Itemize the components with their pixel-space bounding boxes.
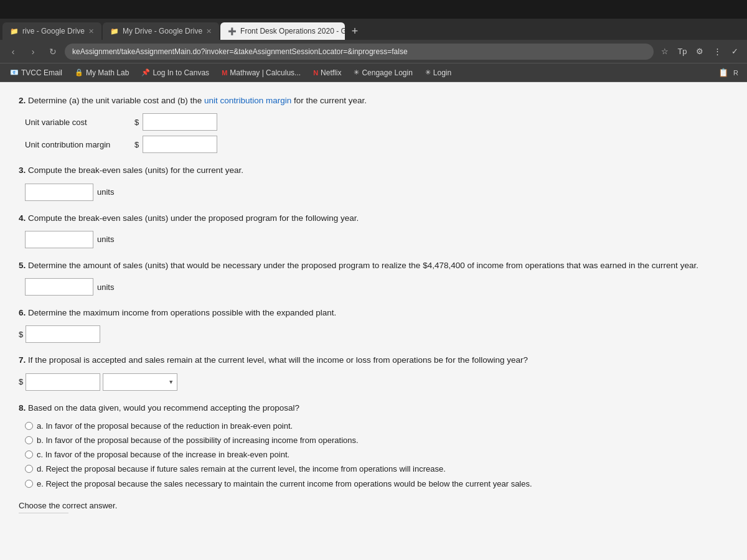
- question-2-block: 2. Determine (a) the unit variable cost …: [19, 95, 728, 153]
- q7-dollar-row: $ Income Loss: [19, 373, 728, 391]
- tab-label-2: My Drive - Google Drive: [123, 27, 202, 35]
- reader-label: R: [733, 69, 742, 77]
- q6-input[interactable]: [26, 325, 100, 343]
- choose-answer-section: Choose the correct answer.: [19, 501, 728, 513]
- q2-dollar-1: $: [134, 118, 139, 127]
- login-label: Login: [433, 68, 451, 77]
- menu-icon[interactable]: ⋮: [710, 44, 725, 59]
- q2-unit-contribution-margin-input[interactable]: [143, 136, 217, 153]
- q6-dollar-sign: $: [19, 330, 23, 339]
- log-in-canvas-label: Log In to Canvas: [153, 68, 209, 77]
- q8-option-b[interactable]: b. In favor of the proposal because of t…: [25, 435, 728, 446]
- question-8-title: 8. Based on the data given, would you re…: [19, 402, 728, 414]
- q8-option-a[interactable]: a. In favor of the proposal because of t…: [25, 421, 728, 432]
- q2-unit-variable-cost-label: Unit variable cost: [25, 118, 131, 127]
- q8-radio-d[interactable]: [25, 465, 33, 473]
- q2-unit-contribution-margin-row: Unit contribution margin $: [19, 136, 728, 153]
- question-3-block: 3. Compute the break-even sales (units) …: [19, 164, 728, 200]
- q8-radio-options: a. In favor of the proposal because of t…: [19, 421, 728, 490]
- bookmarks-bar: 📧 TVCC Email 🔒 My Math Lab 📌 Log In to C…: [0, 63, 747, 82]
- divider: [19, 513, 68, 513]
- bookmark-mathway[interactable]: M Mathway | Calculus...: [217, 67, 306, 78]
- profile-icon[interactable]: Tp: [675, 44, 690, 59]
- q8-radio-a[interactable]: [25, 422, 33, 430]
- cengage-login-label: Cengage Login: [362, 68, 412, 77]
- question-6-block: 6. Determine the maximum income from ope…: [19, 307, 728, 343]
- question-7-block: 7. If the proposal is accepted and sales…: [19, 354, 728, 390]
- address-bar-row: ‹ › ↻ ☆ Tp ⚙ ⋮ ✓: [0, 40, 747, 63]
- tab-drive-1[interactable]: 📁 rive - Google Drive ✕: [2, 22, 101, 40]
- q7-dropdown-wrapper: Income Loss: [103, 373, 177, 391]
- q7-text: If the proposal is accepted and sales re…: [28, 355, 528, 365]
- cengage-login-icon: ✳: [354, 68, 359, 77]
- question-8-block: 8. Based on the data given, would you re…: [19, 402, 728, 490]
- choose-text: Choose the correct answer.: [19, 501, 728, 510]
- extensions-icon[interactable]: ⚙: [692, 44, 707, 59]
- question-5-block: 5. Determine the amount of sales (units)…: [19, 259, 728, 296]
- q8-option-a-text: a. In favor of the proposal because of t…: [37, 421, 293, 432]
- bookmark-log-in-canvas[interactable]: 📌 Log In to Canvas: [136, 67, 214, 78]
- q2-unit-contribution-margin-label: Unit contribution margin: [25, 140, 131, 149]
- question-2-title: 2. Determine (a) the unit variable cost …: [19, 95, 728, 107]
- bookmark-tvcc-email[interactable]: 📧 TVCC Email: [5, 67, 67, 78]
- q6-number: 6.: [19, 308, 26, 317]
- tab-bar: 📁 rive - Google Drive ✕ 📁 My Drive - Goo…: [0, 19, 747, 40]
- bookmark-netflix[interactable]: N Netflix: [308, 67, 346, 78]
- mathway-label: Mathway | Calculus...: [230, 68, 301, 77]
- q4-units-input[interactable]: [25, 231, 93, 248]
- q5-number: 5.: [19, 261, 26, 270]
- reading-mode-icon[interactable]: 📋: [716, 65, 731, 80]
- tab-front-desk[interactable]: ➕ Front Desk Operations 2020 - Go... ✕: [220, 22, 345, 40]
- q8-option-c[interactable]: c. In favor of the proposal because of t…: [25, 449, 728, 460]
- q3-units-row: units: [19, 184, 728, 201]
- my-math-lab-label: My Math Lab: [86, 68, 129, 77]
- bookmark-cengage-login[interactable]: ✳ Cengage Login: [349, 67, 417, 78]
- forward-button[interactable]: ›: [25, 44, 41, 60]
- q2-dollar-2: $: [134, 140, 139, 149]
- question-5-title: 5. Determine the amount of sales (units)…: [19, 259, 728, 272]
- q7-number: 7.: [19, 355, 26, 365]
- q8-option-c-text: c. In favor of the proposal because of t…: [37, 449, 289, 460]
- q8-option-e-text: e. Reject the proposal because the sales…: [37, 478, 532, 490]
- bookmark-my-math-lab[interactable]: 🔒 My Math Lab: [70, 67, 134, 78]
- check-icon: ✓: [727, 44, 742, 59]
- q7-dropdown[interactable]: Income Loss: [103, 373, 177, 391]
- tab-icon-3: ➕: [228, 27, 237, 35]
- star-icon[interactable]: ☆: [657, 44, 672, 59]
- q3-units-input[interactable]: [25, 184, 93, 201]
- refresh-button[interactable]: ↻: [45, 44, 61, 60]
- question-3-title: 3. Compute the break-even sales (units) …: [19, 164, 728, 177]
- question-7-title: 7. If the proposal is accepted and sales…: [19, 354, 728, 366]
- tab-close-2[interactable]: ✕: [206, 27, 212, 35]
- os-bar: [0, 0, 747, 19]
- q4-number: 4.: [19, 213, 26, 223]
- tab-drive-2[interactable]: 📁 My Drive - Google Drive ✕: [103, 22, 219, 40]
- q8-option-d[interactable]: d. Reject the proposal because if future…: [25, 464, 728, 475]
- q2-text-1: Determine (a) the unit variable cost and…: [28, 96, 204, 105]
- q8-radio-c[interactable]: [25, 450, 33, 459]
- q5-units-input[interactable]: [25, 278, 93, 296]
- q5-units-row: units: [19, 278, 728, 296]
- q7-dollar-sign: $: [19, 377, 23, 386]
- q5-units-label: units: [97, 282, 114, 292]
- q8-radio-e[interactable]: [25, 480, 33, 488]
- q8-text: Based on the data given, would you recom…: [28, 403, 299, 413]
- q8-option-d-text: d. Reject the proposal because if future…: [37, 464, 446, 475]
- q7-input[interactable]: [26, 373, 100, 391]
- tab-label-3: Front Desk Operations 2020 - Go...: [240, 27, 345, 35]
- netflix-label: Netflix: [321, 68, 341, 77]
- bookmark-login[interactable]: ✳ Login: [420, 67, 456, 78]
- q8-option-b-text: b. In favor of the proposal because of t…: [37, 435, 359, 446]
- address-input[interactable]: [65, 44, 654, 60]
- tab-close-1[interactable]: ✕: [88, 27, 94, 35]
- q8-option-e[interactable]: e. Reject the proposal because the sales…: [25, 478, 728, 490]
- q3-units-label: units: [97, 187, 114, 197]
- new-tab-button[interactable]: +: [346, 22, 364, 40]
- q8-radio-b[interactable]: [25, 436, 33, 444]
- back-button[interactable]: ‹: [5, 44, 21, 60]
- question-4-title: 4. Compute the break-even sales (units) …: [19, 212, 728, 225]
- q2-unit-variable-cost-input[interactable]: [143, 113, 217, 131]
- netflix-icon: N: [313, 69, 318, 77]
- q2-highlight: unit contribution margin: [204, 96, 291, 105]
- q2-text-2: for the current year.: [291, 96, 367, 105]
